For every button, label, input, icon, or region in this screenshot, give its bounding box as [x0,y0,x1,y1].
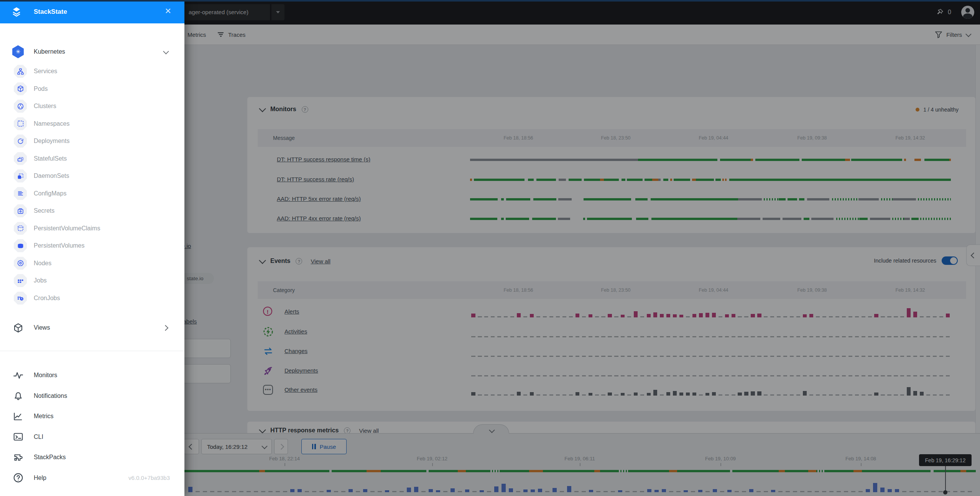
daemonsets-icon [14,169,27,182]
sidebar-item-label: StatefulSets [34,155,67,162]
sidebar-item-pods[interactable]: Pods [0,80,184,97]
metrics-icon [13,411,23,422]
sidebar-item-label: PersistentVolumes [34,242,85,249]
sidebar-item-jobs[interactable]: Jobs [0,272,184,289]
sidebar-item-notifications[interactable]: Notifications [0,388,184,404]
nodes-icon [14,257,27,270]
drawer-close-button[interactable]: ✕ [164,7,171,16]
sidebar-item-label: Monitors [34,372,57,379]
clusters-icon [14,100,27,113]
sidebar-item-nodes[interactable]: Nodes [0,255,184,272]
chevron-down-icon [163,48,169,54]
sidebar-item-label: PersistentVolumeClaims [34,225,100,232]
sidebar-item-daemonsets[interactable]: DaemonSets [0,168,184,184]
navigation-drawer: StackState ✕ ✳ Kubernetes ServicesPodsCl… [0,0,184,496]
sidebar-item-views[interactable]: Views [0,319,184,336]
sidebar-item-label: Nodes [34,260,51,267]
services-icon [14,65,27,78]
sidebar-item-secrets[interactable]: Secrets [0,202,184,219]
stackstate-app: ager-operated (service) 0 Metrics [0,0,980,496]
cli-icon [13,432,23,442]
sidebar-item-stackpacks[interactable]: StackPacks [0,449,184,466]
sidebar-item-persistentvolumes[interactable]: PersistentVolumes [0,237,184,254]
configmaps-icon [14,187,27,200]
sidebar-item-label: ConfigMaps [34,190,66,197]
drawer-scrim[interactable] [184,0,980,496]
drawer-app-title: StackState [34,8,67,16]
sidebar-item-label: Jobs [34,277,47,284]
sidebar-item-services[interactable]: Services [0,63,184,80]
sidebar-item-cli[interactable]: CLI [0,429,184,445]
sidebar-item-label: Deployments [34,138,69,145]
sidebar-item-deployments[interactable]: Deployments [0,133,184,149]
sidebar-item-label: Notifications [34,393,67,399]
sidebar-item-persistentvolumeclaims[interactable]: PersistentVolumeClaims [0,220,184,237]
sidebar-item-label: CronJobs [34,295,60,302]
drawer-divider [0,351,184,351]
sidebar-item-label: Pods [34,85,48,92]
cronjobs-icon [14,292,27,305]
sidebar-item-label: DaemonSets [34,172,69,179]
sidebar-item-label: Namespaces [34,120,69,127]
sidebar-item-cronjobs[interactable]: CronJobs [0,290,184,307]
pods-icon [14,82,27,95]
sidebar-item-label: Views [34,324,50,331]
views-cube-icon [13,323,23,333]
sidebar-item-label: Secrets [34,207,54,214]
deployments-icon [14,135,27,148]
stackstate-logo [11,6,22,18]
drawer-header: StackState ✕ [0,0,184,23]
statefulsets-icon [14,152,27,165]
sidebar-item-metrics[interactable]: Metrics [0,408,184,425]
sidebar-item-label: Help [34,475,46,481]
monitors-icon [13,370,23,381]
pvc-icon [14,222,27,235]
sidebar-item-configmaps[interactable]: ConfigMaps [0,185,184,202]
stackpacks-icon [13,452,23,463]
sidebar-item-kubernetes[interactable]: ✳ Kubernetes [0,43,184,60]
help-icon [13,473,23,483]
namespaces-icon [14,117,27,130]
sidebar-item-statefulsets[interactable]: StatefulSets [0,150,184,167]
sidebar-item-monitors[interactable]: Monitors [0,367,184,384]
jobs-icon [14,274,27,287]
top-accent-line [0,0,980,2]
secrets-icon [14,204,27,217]
sidebar-item-namespaces[interactable]: Namespaces [0,115,184,132]
pv-icon [14,239,27,252]
sidebar-item-label: Metrics [34,413,54,420]
sidebar-item-label: Clusters [34,103,56,110]
sidebar-item-label: Kubernetes [34,48,65,55]
sidebar-item-label: CLI [34,434,43,440]
version-label: v6.0.0+7ba93b3 [128,475,170,481]
sidebar-item-label: StackPacks [34,454,66,461]
sidebar-item-clusters[interactable]: Clusters [0,98,184,115]
kubernetes-icon: ✳ [12,45,25,58]
sidebar-item-label: Services [34,68,57,75]
notifications-icon [13,391,23,401]
chevron-right-icon [163,325,169,331]
